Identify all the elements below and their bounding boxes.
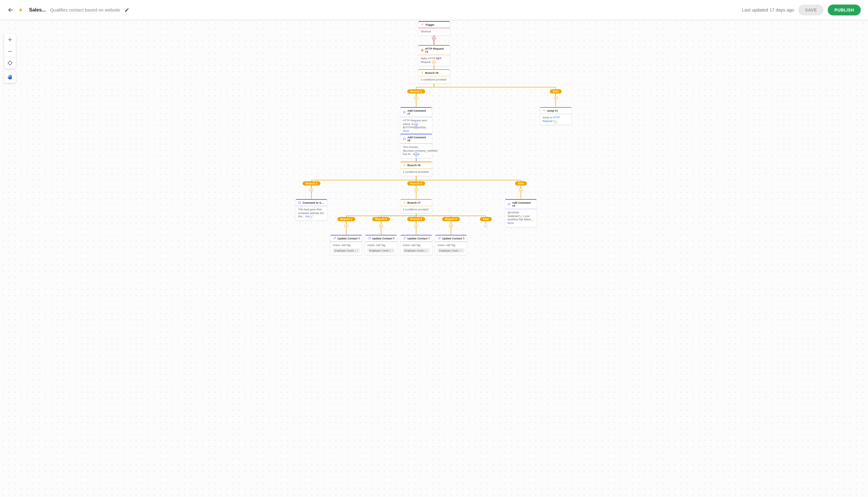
edit-icon[interactable] bbox=[124, 8, 129, 12]
node-update-contact-tag-10[interactable]: Update Contact Tag #10 Action: Add Tag E… bbox=[365, 235, 397, 255]
chevron-right-icon bbox=[391, 250, 394, 252]
branch-icon bbox=[403, 164, 406, 167]
node-body: 2 conditions provided bbox=[400, 169, 432, 176]
zoom-in-button[interactable] bbox=[4, 34, 16, 45]
branch-pill[interactable]: Branch 1 bbox=[407, 89, 425, 94]
add-step-button[interactable] bbox=[554, 120, 558, 124]
pan-group bbox=[4, 71, 16, 83]
node-body: Action: Add Tag Employee Count: 201-1 bbox=[400, 242, 432, 255]
node-title: Add Comment #7 bbox=[407, 109, 429, 115]
branch-pill[interactable]: Else bbox=[550, 89, 562, 94]
node-title: Branch #8 bbox=[425, 71, 439, 74]
node-title: HTTP Request #1 bbox=[425, 47, 447, 53]
svg-point-7 bbox=[405, 166, 405, 166]
zoom-out-button[interactable] bbox=[4, 45, 16, 57]
comment-icon bbox=[298, 201, 301, 204]
node-title: Branch #6 bbox=[407, 164, 421, 167]
add-step-button[interactable] bbox=[414, 153, 418, 156]
svg-point-6 bbox=[403, 166, 404, 166]
svg-point-10 bbox=[405, 203, 405, 203]
node-branch-8[interactable]: Branch #8 1 conditions provided bbox=[418, 69, 450, 84]
node-update-contact-tag-12[interactable]: Update Contact Tag #12 Action: Add Tag E… bbox=[435, 235, 467, 255]
sparkle-icon bbox=[421, 23, 424, 26]
add-step-button[interactable] bbox=[310, 188, 314, 192]
node-body: Shortcut bbox=[418, 28, 450, 36]
node-trigger[interactable]: Trigger Shortcut bbox=[418, 21, 450, 36]
more-link[interactable]: More bbox=[508, 222, 514, 225]
jump-icon bbox=[542, 109, 545, 112]
node-add-comment-3[interactable]: Add Comment #3 @Ashwin Sadananthan your … bbox=[505, 199, 537, 227]
node-title: Update Contact Tag #9 bbox=[338, 237, 359, 240]
node-title: Branch #7 bbox=[407, 201, 421, 204]
canvas-toolbox bbox=[4, 34, 16, 83]
chevron-right-icon bbox=[426, 250, 429, 252]
workflow-title: Sales... bbox=[29, 7, 46, 13]
publish-button[interactable]: PUBLISH bbox=[828, 4, 861, 15]
node-body: Action: Add Tag Employee Count: 51-20 bbox=[365, 242, 397, 255]
bolt-icon bbox=[18, 7, 24, 13]
tag-chip[interactable]: Employee Count: 1001 bbox=[437, 248, 465, 253]
add-step-button[interactable] bbox=[414, 123, 418, 127]
add-step-button[interactable] bbox=[379, 224, 383, 228]
node-title: Update Contact Tag #10 bbox=[372, 237, 394, 240]
more-link[interactable]: More bbox=[403, 130, 409, 132]
branch-pill[interactable]: Branch 4 bbox=[442, 217, 460, 221]
branch-pill[interactable]: Branch 2 bbox=[407, 181, 425, 186]
node-body: Action: Add Tag Employee Count: 1001 bbox=[435, 242, 467, 255]
node-add-comment-7[interactable]: Add Comment #7 HTTP Request sent, status… bbox=[400, 107, 432, 135]
node-update-contact-tag-9[interactable]: Update Contact Tag #9 Action: Add Tag Em… bbox=[330, 235, 362, 255]
save-button[interactable]: SAVE bbox=[798, 4, 824, 15]
add-step-button[interactable] bbox=[310, 215, 314, 219]
node-title: Add Comment #3 bbox=[512, 201, 534, 207]
branch-pill[interactable]: Branch 3 bbox=[407, 217, 425, 221]
add-step-button[interactable] bbox=[414, 96, 418, 100]
back-icon[interactable] bbox=[7, 7, 14, 13]
node-update-contact-tag-11[interactable]: Update Contact Tag #11 Action: Add Tag E… bbox=[400, 235, 432, 255]
svg-point-14 bbox=[439, 238, 440, 238]
node-title: Trigger bbox=[425, 23, 435, 26]
http-icon bbox=[421, 49, 424, 52]
tag-icon bbox=[438, 237, 441, 240]
branch-icon bbox=[421, 71, 424, 74]
tag-chip[interactable]: Employee Count: 29-50 bbox=[332, 248, 360, 253]
add-step-button[interactable] bbox=[414, 224, 418, 228]
recenter-button[interactable] bbox=[4, 57, 16, 68]
branch-pill[interactable]: Branch 2 bbox=[372, 217, 390, 221]
node-branch-6[interactable]: Branch #6 2 conditions provided bbox=[400, 162, 432, 176]
app-header: Sales... Qualifies contact based on webs… bbox=[0, 0, 868, 20]
branch-pill[interactable]: Branch 1 bbox=[303, 181, 321, 186]
node-title: Jump #1 bbox=[547, 109, 558, 112]
chevron-right-icon bbox=[356, 250, 359, 252]
node-body: 4 conditions provided bbox=[400, 206, 432, 213]
tag-icon bbox=[403, 237, 406, 240]
add-step-button[interactable] bbox=[484, 224, 488, 228]
branch-pill[interactable]: Branch 1 bbox=[338, 217, 355, 221]
node-title: Update Contact Tag #11 bbox=[407, 237, 429, 240]
comment-icon bbox=[403, 138, 406, 140]
last-updated-text: Last updated 17 days ago bbox=[742, 7, 794, 12]
svg-point-9 bbox=[403, 203, 404, 203]
pan-hand-button[interactable] bbox=[4, 71, 16, 83]
tag-icon bbox=[333, 237, 336, 240]
tag-chip[interactable]: Employee Count: 201-1 bbox=[402, 248, 430, 253]
add-step-button[interactable] bbox=[449, 224, 453, 228]
svg-point-0 bbox=[9, 61, 12, 65]
branch-pill[interactable]: Else bbox=[515, 181, 527, 186]
node-body: Action: Add Tag Employee Count: 29-50 bbox=[330, 242, 362, 255]
add-step-button[interactable] bbox=[519, 215, 523, 219]
header-left: Sales... Qualifies contact based on webs… bbox=[7, 7, 129, 13]
add-step-button[interactable] bbox=[554, 96, 558, 100]
node-branch-7[interactable]: Branch #7 4 conditions provided bbox=[400, 199, 432, 213]
add-step-button[interactable] bbox=[414, 188, 418, 192]
svg-point-2 bbox=[422, 72, 422, 72]
add-step-button[interactable] bbox=[432, 60, 436, 65]
add-step-button[interactable] bbox=[519, 188, 523, 192]
workflow-canvas[interactable]: Trigger Shortcut HTTP Request #1 Make HT… bbox=[0, 20, 868, 497]
zoom-group bbox=[4, 34, 16, 68]
tag-chip[interactable]: Employee Count: 51-20 bbox=[367, 248, 395, 253]
add-step-button[interactable] bbox=[432, 36, 436, 40]
branch-pill[interactable]: Else bbox=[480, 217, 492, 221]
header-right: Last updated 17 days ago SAVE PUBLISH bbox=[742, 4, 861, 15]
comment-icon bbox=[403, 111, 406, 114]
add-step-button[interactable] bbox=[344, 224, 348, 228]
